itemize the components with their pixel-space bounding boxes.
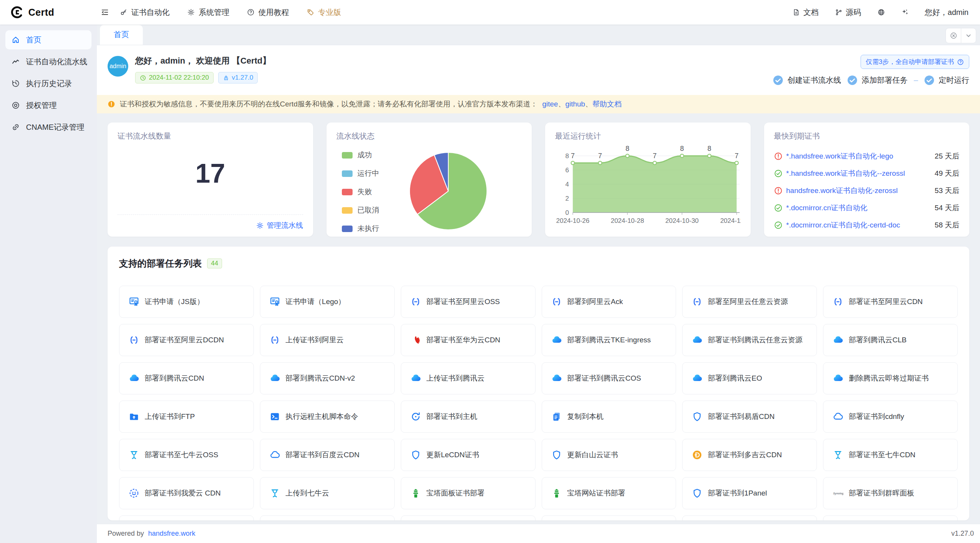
close-tabs-button[interactable]	[946, 28, 961, 43]
nav-right-文档[interactable]: 文档	[792, 7, 819, 18]
cert-link[interactable]: *.docmirror.cn证书自动化-certd-doc	[786, 220, 931, 230]
deploy-task-clipped[interactable]	[682, 515, 817, 520]
cloud-icon	[833, 411, 843, 422]
user-greeting[interactable]: 您好，admin	[925, 7, 969, 18]
svg-text:7: 7	[598, 152, 602, 160]
legend-item-成功[interactable]: 成功	[342, 150, 379, 160]
qiniu-icon	[129, 450, 139, 460]
rocket-icon	[223, 75, 229, 81]
deploy-task-部署证书到腾讯云任意云资源[interactable]: 部署证书到腾讯云任意云资源	[682, 324, 817, 356]
deploy-task-执行远程主机脚本命令[interactable]: 执行远程主机脚本命令	[260, 401, 395, 433]
deploy-task-删除腾讯云即将过期证书[interactable]: 删除腾讯云即将过期证书	[823, 362, 958, 394]
theme-sparkles[interactable]	[901, 8, 909, 16]
deploy-task-部署证书到多吉云CDN[interactable]: 部署证书到多吉云CDN	[682, 439, 817, 471]
deploy-task-部署证书至七牛CDN[interactable]: 部署证书至七牛CDN	[823, 439, 958, 471]
tab-home[interactable]: 首页	[100, 25, 143, 45]
deploy-task-部署到腾讯云CLB[interactable]: 部署到腾讯云CLB	[823, 324, 958, 356]
sidebar-item-CNAME记录管理[interactable]: CNAME记录管理	[5, 118, 91, 137]
close-icon	[950, 32, 957, 39]
deploy-task-部署证书到腾讯云COS[interactable]: 部署证书到腾讯云COS	[542, 362, 676, 394]
svg-text:8: 8	[626, 145, 629, 152]
nav-menu-专业版[interactable]: 专业版	[307, 7, 341, 18]
deploy-task-宝塔网站证书部署[interactable]: 宝塔网站证书部署	[542, 477, 676, 509]
tab-menu-button[interactable]	[961, 28, 976, 43]
alert-link-帮助文档[interactable]: 帮助文档	[592, 100, 621, 108]
deploy-task-部署到腾讯云CDN-v2[interactable]: 部署到腾讯云CDN-v2	[260, 362, 395, 394]
quick-step-1[interactable]: 创建证书流水线	[773, 75, 841, 85]
question-circle-icon	[957, 59, 964, 65]
deploy-task-部署证书到我爱云 CDN[interactable]: 部署证书到我爱云 CDN	[119, 477, 254, 509]
nav-right-源码[interactable]: 源码	[835, 7, 861, 18]
handsfree-link[interactable]: handsfree.work	[148, 530, 195, 537]
legend-item-失败[interactable]: 失败	[342, 187, 379, 197]
cert-link[interactable]: *.handsfree.work证书自动化-lego	[786, 151, 931, 161]
deploy-task-证书申请（Lego）[interactable]: 证书申请（Lego）	[260, 286, 395, 318]
deploy-task-上传证书到阿里云[interactable]: 上传证书到阿里云	[260, 324, 395, 356]
quick-step-3[interactable]: 定时运行	[924, 75, 969, 85]
version-tag[interactable]: v1.27.0	[218, 72, 258, 83]
nav-menu-证书自动化[interactable]: 证书自动化	[120, 7, 170, 18]
deploy-task-clipped[interactable]	[401, 515, 536, 520]
guide-badge[interactable]: 仅需3步，全自动申请部署证书	[861, 55, 969, 69]
deploy-task-部署证书到主机[interactable]: 部署证书到主机	[401, 401, 536, 433]
deploy-task-部署到腾讯云TKE-ingress[interactable]: 部署到腾讯云TKE-ingress	[542, 324, 676, 356]
deploy-task-clipped[interactable]	[823, 515, 958, 520]
aliyun-icon	[410, 296, 421, 307]
tencent-cloud-icon	[833, 373, 843, 384]
deploy-task-部署至阿里云任意云资源[interactable]: 部署至阿里云任意云资源	[682, 286, 817, 318]
deploy-task-部署证书到百度云CDN[interactable]: 部署证书到百度云CDN	[260, 439, 395, 471]
quick-step-2[interactable]: 添加部署任务	[847, 75, 908, 85]
deploy-task-更新白山云证书[interactable]: 更新白山云证书	[542, 439, 676, 471]
main-area: 首页 admin 您好，admin， 欢迎使用 【Certd】 2024-11	[97, 25, 980, 543]
deploy-task-复制到本机[interactable]: 复制到本机	[542, 401, 676, 433]
deploy-task-部署证书到1Panel[interactable]: 部署证书到1Panel	[682, 477, 817, 509]
sidebar-item-授权管理[interactable]: 授权管理	[5, 96, 91, 115]
alert-link-gitee[interactable]: gitee	[542, 100, 558, 108]
cert-link[interactable]: *.docmirror.cn证书自动化	[786, 203, 931, 213]
shield-icon	[410, 450, 421, 460]
nav-menu-系统管理[interactable]: 系统管理	[187, 7, 229, 18]
deploy-task-部署证书至七牛云OSS[interactable]: 部署证书至七牛云OSS	[119, 439, 254, 471]
deploy-task-部署证书至阿里云OSS[interactable]: 部署证书至阿里云OSS	[401, 286, 536, 318]
error-icon	[774, 152, 782, 160]
deploy-task-clipped[interactable]	[260, 515, 395, 520]
deploy-task-宝塔面板证书部署[interactable]: 宝塔面板证书部署	[401, 477, 536, 509]
legend-item-运行中[interactable]: 运行中	[342, 168, 379, 178]
deploy-task-证书申请（JS版）[interactable]: 证书申请（JS版）	[119, 286, 254, 318]
aliyun-icon	[129, 335, 139, 345]
cert-days: 49 天后	[935, 168, 959, 178]
deploy-task-部署证书到易盾CDN[interactable]: 部署证书到易盾CDN	[682, 401, 817, 433]
deploy-task-部署到腾讯云EO[interactable]: 部署到腾讯云EO	[682, 362, 817, 394]
sparkles-icon	[901, 8, 909, 16]
collapse-sidebar-icon[interactable]	[101, 8, 109, 16]
deploy-task-上传证书到腾讯云[interactable]: 上传证书到腾讯云	[401, 362, 536, 394]
deploy-task-部署证书至华为云CDN[interactable]: 部署证书至华为云CDN	[401, 324, 536, 356]
deploy-task-部署到阿里云Ack[interactable]: 部署到阿里云Ack	[542, 286, 676, 318]
sidebar-item-首页[interactable]: 首页	[5, 30, 91, 49]
legend-item-已取消[interactable]: 已取消	[342, 205, 379, 215]
deploy-task-部署证书到cdnfly[interactable]: 部署证书到cdnfly	[823, 401, 958, 433]
svg-text:8: 8	[680, 145, 684, 152]
brand[interactable]: Certd	[0, 5, 97, 19]
manage-pipelines-link[interactable]: 管理流水线	[256, 221, 303, 231]
deploy-task-更新LeCDN证书[interactable]: 更新LeCDN证书	[401, 439, 536, 471]
tencent-cloud-icon	[270, 373, 280, 384]
sidebar-item-执行历史记录[interactable]: 执行历史记录	[5, 74, 91, 93]
deploy-task-grid: 证书申请（JS版）证书申请（Lego）部署证书至阿里云OSS部署到阿里云Ack部…	[119, 286, 958, 520]
cert-link[interactable]: handsfree.work证书自动化-zerossl	[786, 186, 931, 196]
deploy-task-部署证书到群晖面板[interactable]: Synology部署证书到群晖面板	[823, 477, 958, 509]
alert-link-github[interactable]: github	[565, 100, 585, 108]
deploy-task-部署证书至阿里云CDN[interactable]: 部署证书至阿里云CDN	[823, 286, 958, 318]
deploy-task-clipped[interactable]	[542, 515, 676, 520]
deploy-task-clipped[interactable]	[119, 515, 254, 520]
legend-item-未执行[interactable]: 未执行	[342, 224, 379, 234]
deploy-task-上传证书到FTP[interactable]: 上传证书到FTP	[119, 401, 254, 433]
avatar[interactable]: admin	[108, 56, 128, 77]
deploy-task-部署证书至阿里云DCDN[interactable]: 部署证书至阿里云DCDN	[119, 324, 254, 356]
nav-menu-使用教程[interactable]: 使用教程	[247, 7, 289, 18]
deploy-task-上传到七牛云[interactable]: 上传到七牛云	[260, 477, 395, 509]
deploy-task-部署到腾讯云CDN[interactable]: 部署到腾讯云CDN	[119, 362, 254, 394]
language-globe[interactable]	[877, 8, 885, 16]
sidebar-item-证书自动化流水线[interactable]: 证书自动化流水线	[5, 52, 91, 71]
cert-link[interactable]: *.handsfree.work证书自动化--zerossl	[786, 168, 931, 178]
